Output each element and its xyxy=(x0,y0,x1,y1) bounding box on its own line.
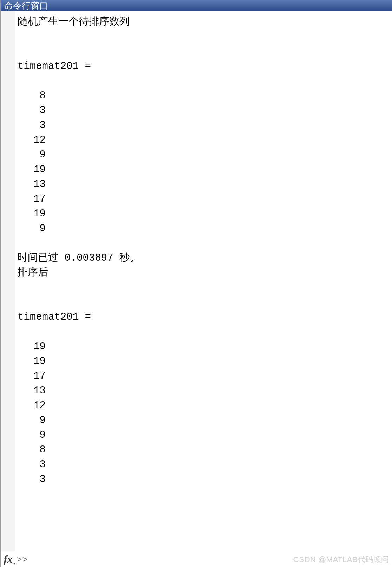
value: 17 xyxy=(18,192,46,207)
command-window: 命令行窗口 随机产生一个待排序数列 timemat201 = 8 3 3 12 … xyxy=(0,0,392,567)
value: 9 xyxy=(18,148,46,162)
value: 12 xyxy=(18,398,46,413)
fx-icon[interactable]: fx xyxy=(1,553,15,565)
value: 9 xyxy=(18,428,46,443)
value: 19 xyxy=(18,162,46,177)
output-line: timemat201 = xyxy=(18,60,91,72)
gutter xyxy=(1,11,15,567)
window-title-bar: 命令行窗口 xyxy=(1,0,392,11)
value: 8 xyxy=(18,443,46,457)
value: 13 xyxy=(18,384,46,398)
value: 9 xyxy=(18,413,46,428)
output-line: timemat201 = xyxy=(18,311,91,323)
output-line: 排序后 xyxy=(18,267,48,279)
value: 3 xyxy=(18,118,46,133)
output-line: 时间已过 0.003897 秒。 xyxy=(18,252,140,264)
content-area: 随机产生一个待排序数列 timemat201 = 8 3 3 12 9 19 1… xyxy=(1,11,392,567)
value: 19 xyxy=(18,207,46,221)
value: 3 xyxy=(18,457,46,472)
watermark: CSDN @MATLAB代码顾问 xyxy=(293,554,389,565)
value: 19 xyxy=(18,354,46,369)
value: 13 xyxy=(18,177,46,192)
value: 19 xyxy=(18,339,46,354)
output-line: 随机产生一个待排序数列 xyxy=(18,16,130,28)
value: 3 xyxy=(18,472,46,487)
value: 3 xyxy=(18,103,46,118)
value: 17 xyxy=(18,369,46,384)
value: 8 xyxy=(18,89,46,103)
command-output[interactable]: 随机产生一个待排序数列 timemat201 = 8 3 3 12 9 19 1… xyxy=(15,11,392,567)
value: 12 xyxy=(18,133,46,148)
prompt-chevrons: >> xyxy=(15,554,28,564)
value: 9 xyxy=(18,221,46,236)
window-title: 命令行窗口 xyxy=(4,1,48,11)
